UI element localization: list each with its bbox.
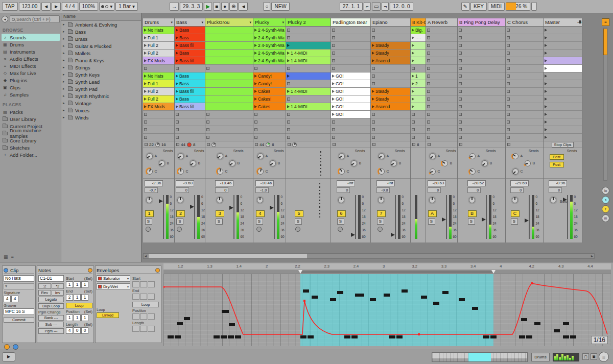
- clip-slot[interactable]: Steady: [371, 95, 410, 103]
- send-knob-c[interactable]: [429, 167, 437, 176]
- clip-slot-empty[interactable]: [411, 65, 426, 72]
- session-record-button[interactable]: ⊕: [229, 2, 238, 11]
- volume-fader-handle[interactable]: [525, 219, 529, 223]
- loop-toggle-button[interactable]: Loop: [66, 303, 92, 308]
- sidebar-item-max-for-live[interactable]: ◇Max for Live: [2, 69, 60, 77]
- clip-slot-empty[interactable]: [286, 95, 331, 103]
- clip-slot[interactable]: No Hats: [143, 72, 174, 80]
- clip-play-icon[interactable]: [144, 98, 147, 101]
- clip-stop-button[interactable]: [427, 36, 430, 39]
- clip-slot-empty[interactable]: [143, 111, 174, 118]
- track-activator-button[interactable]: B: [468, 210, 477, 217]
- clip-stop-button[interactable]: [427, 105, 430, 108]
- clip-slot[interactable]: 1 4-MIDI: [286, 57, 331, 65]
- clip-slot[interactable]: Full 1: [143, 80, 174, 88]
- clip-start-sixteenths[interactable]: 1: [81, 281, 88, 288]
- play-button[interactable]: ▶: [204, 2, 212, 11]
- clip-play-icon[interactable]: [254, 75, 257, 78]
- clip-slot-empty[interactable]: [506, 88, 543, 95]
- back-to-arrangement-button[interactable]: ◄: [239, 2, 248, 11]
- clip-slot-empty[interactable]: [286, 27, 331, 34]
- sidebar-item-midi-effects[interactable]: ≡MIDI Effects: [2, 62, 60, 69]
- draw-mode-button[interactable]: ✎: [461, 2, 469, 11]
- clip-slot-empty[interactable]: [286, 134, 331, 141]
- length-set-button[interactable]: (Set): [84, 322, 92, 327]
- clip-stop-button[interactable]: [412, 120, 415, 124]
- volume-value-field[interactable]: -Inf: [376, 180, 395, 186]
- send-knob-b[interactable]: [269, 159, 277, 167]
- clip-slot[interactable]: [411, 50, 426, 57]
- search-input[interactable]: Search (Ctrl + F): [10, 15, 60, 23]
- scene-play-icon[interactable]: [545, 59, 547, 62]
- clip-stop-button[interactable]: [459, 98, 462, 101]
- clip-slot-empty[interactable]: [205, 111, 253, 118]
- clip-slot-empty[interactable]: [331, 34, 370, 42]
- list-icon[interactable]: ≡: [11, 254, 14, 259]
- clip-slot[interactable]: GO!: [331, 95, 370, 103]
- loop-position-sixteenths[interactable]: 1: [81, 314, 88, 321]
- clip-slot-empty[interactable]: [506, 111, 543, 118]
- volume-fader-track[interactable]: [486, 195, 487, 239]
- volume-fader-track[interactable]: [446, 195, 447, 239]
- browser-folder-row[interactable]: ▸Voices: [61, 107, 141, 114]
- clip-slot[interactable]: 1 4-MIDI: [286, 88, 331, 95]
- notes-expand-icon[interactable]: [88, 268, 92, 273]
- clip-slot-empty[interactable]: [286, 34, 331, 42]
- send-knob-a[interactable]: [177, 152, 185, 160]
- clip-play-icon[interactable]: [412, 90, 414, 93]
- stop-all-track-clips-button[interactable]: [507, 143, 510, 146]
- clip-slot-empty[interactable]: [143, 65, 174, 72]
- clip-stop-button[interactable]: [287, 98, 290, 101]
- clip-stop-button[interactable]: [372, 128, 375, 131]
- pan-knob[interactable]: [428, 196, 436, 204]
- pan-knob[interactable]: [511, 196, 519, 204]
- clip-slot[interactable]: Full 2: [143, 88, 174, 95]
- stop-all-track-clips-button[interactable]: [333, 143, 336, 146]
- clip-slot-empty[interactable]: [426, 72, 457, 80]
- overview-toggle-icon[interactable]: ≡: [602, 18, 609, 26]
- clip-stop-button[interactable]: [459, 52, 462, 55]
- clip-stop-button[interactable]: [459, 59, 462, 62]
- horizontal-scrollbar[interactable]: ◄ ►: [143, 253, 595, 259]
- volume-fader-track[interactable]: [233, 195, 234, 239]
- clip-stop-button[interactable]: [427, 75, 430, 78]
- sidebar-item-instruments[interactable]: ▤Instruments: [2, 48, 60, 55]
- clip-slot-empty[interactable]: [426, 50, 457, 57]
- clip-slot-empty[interactable]: [175, 118, 205, 126]
- track-delay-field[interactable]: 0: [467, 187, 481, 193]
- loop-length-sixteenths[interactable]: 0: [81, 327, 88, 334]
- clip-stop-button[interactable]: [332, 29, 335, 32]
- clip-slot-empty[interactable]: [506, 27, 543, 34]
- track-delay-field[interactable]: 0: [337, 187, 350, 193]
- clip-slot-empty[interactable]: [143, 134, 174, 141]
- clip-play-icon[interactable]: [412, 59, 414, 62]
- nudge-up-button[interactable]: ►: [52, 2, 61, 11]
- clip-stop-button[interactable]: [427, 44, 430, 47]
- volume-value-field[interactable]: -28.52: [467, 180, 486, 186]
- clip-slot-empty[interactable]: [458, 72, 505, 80]
- clip-panel-toggle-icon[interactable]: [4, 344, 10, 350]
- clip-slot[interactable]: Steady: [371, 88, 410, 95]
- pan-knob[interactable]: [337, 196, 345, 204]
- scene-play-icon[interactable]: [545, 29, 547, 32]
- clip-play-icon[interactable]: [372, 105, 374, 108]
- mixer-section-toggle-m[interactable]: m: [602, 214, 609, 222]
- arm-button[interactable]: [338, 227, 343, 232]
- clip-slot[interactable]: [411, 103, 426, 111]
- browser-folder-row[interactable]: ▸Synth Lead: [61, 78, 141, 85]
- clip-stop-button[interactable]: [427, 120, 430, 124]
- clip-slot-empty[interactable]: [458, 103, 505, 111]
- clip-stop-button[interactable]: [332, 67, 335, 70]
- disk-overload-indicator[interactable]: [531, 2, 537, 11]
- sidebar-item-plug-ins[interactable]: ◆Plug-ins: [2, 77, 60, 84]
- clip-slot-empty[interactable]: [371, 134, 410, 141]
- track-header-master[interactable]: Master: [544, 18, 582, 27]
- clip-slot-empty[interactable]: [371, 27, 410, 34]
- clip-stop-button[interactable]: [427, 52, 430, 55]
- clip-play-icon[interactable]: [332, 98, 335, 101]
- clip-slot-empty[interactable]: [458, 57, 505, 65]
- clip-end-sixteenths[interactable]: 1: [81, 294, 88, 301]
- track-header-b-ping-pong-delay[interactable]: B Ping Pong Delay: [458, 18, 505, 27]
- track-delay-field[interactable]: 0: [549, 187, 562, 193]
- clip-stop-button[interactable]: [144, 128, 147, 131]
